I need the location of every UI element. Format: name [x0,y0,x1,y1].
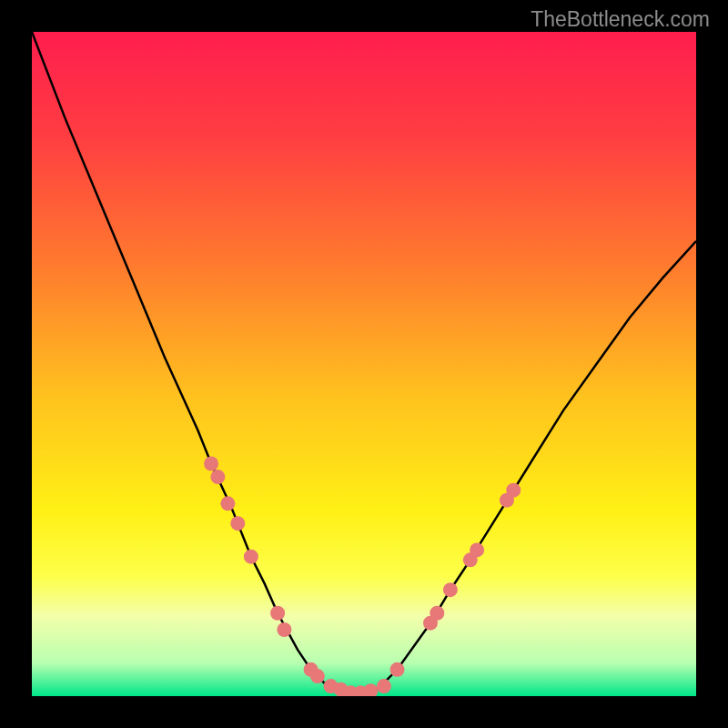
watermark-text: TheBottleneck.com [531,7,710,32]
data-marker [204,457,218,471]
data-marker [210,470,225,484]
data-marker [310,669,325,683]
data-marker [470,542,484,557]
data-marker [244,550,258,564]
data-marker [220,496,235,511]
data-marker [430,606,444,621]
bottleneck-chart [32,32,696,696]
data-marker [230,516,245,531]
data-marker [443,582,458,597]
data-marker [270,606,285,621]
chart-container [32,32,696,696]
data-marker [506,483,521,498]
data-marker [390,662,405,677]
data-marker [277,622,291,637]
data-marker [377,679,391,693]
